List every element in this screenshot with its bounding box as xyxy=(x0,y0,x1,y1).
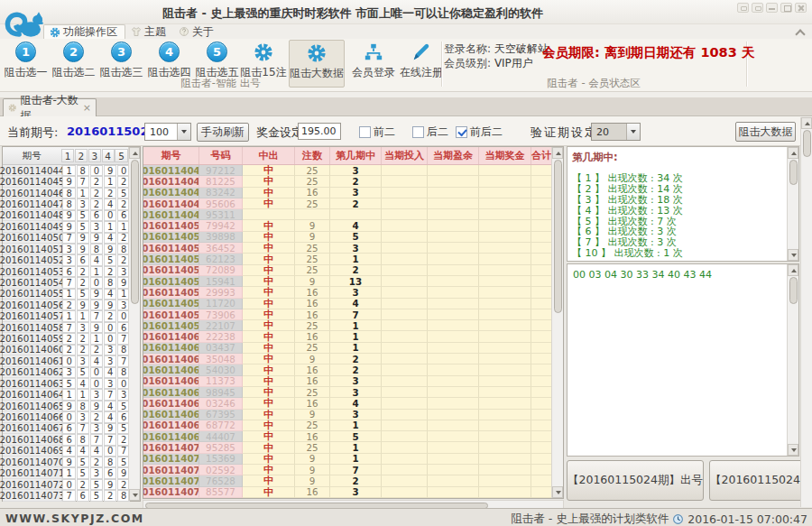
table-row[interactable]: 20160114050 79942 中 9 4 xyxy=(143,220,563,231)
scrollbar-thumb[interactable] xyxy=(789,277,798,304)
table-row[interactable]: 20160114073 7 6 5 2 8 xyxy=(3,490,140,501)
menu-function-area[interactable]: 功能操作区 xyxy=(43,24,125,39)
scroll-up-icon[interactable] xyxy=(129,147,140,159)
checkbox-front2[interactable]: 前二 xyxy=(359,125,395,140)
table-row[interactable]: 20160114056 2 9 9 9 3 xyxy=(3,300,140,310)
stats-scrollbar[interactable] xyxy=(787,147,798,261)
main-scrollbar[interactable] xyxy=(800,117,812,507)
table-row[interactable]: 20160114051 3 9 8 9 8 xyxy=(3,244,140,254)
scroll-down-icon[interactable] xyxy=(788,444,798,456)
table-row[interactable]: 20160114062 35048 中 9 2 xyxy=(143,354,563,365)
chevron-down-icon[interactable] xyxy=(177,124,190,140)
table-row[interactable]: 20160114060 22238 中 16 1 xyxy=(143,331,563,342)
chevron-down-icon[interactable] xyxy=(626,124,640,140)
table-row[interactable]: 20160114058 73906 中 16 7 xyxy=(143,309,563,320)
table-row[interactable]: 20160114053 6 2 1 2 3 xyxy=(3,266,140,277)
table-row[interactable]: 20160114059 22107 中 25 1 xyxy=(143,320,563,331)
scroll-down-icon[interactable] xyxy=(788,249,798,261)
checkbox-icon[interactable] xyxy=(359,126,371,138)
menu-theme[interactable]: 主题 xyxy=(125,24,173,39)
table-row[interactable]: 20160114058 7 3 9 0 6 xyxy=(3,322,140,333)
scroll-up-icon[interactable] xyxy=(801,117,812,129)
table-row[interactable]: 20160114068 68772 中 25 1 xyxy=(143,420,563,431)
table-row[interactable]: 20160114066 0 3 2 4 6 xyxy=(3,411,140,422)
verify-period-select[interactable]: 20 xyxy=(591,123,641,141)
table-row[interactable]: 20160114057 1 1 7 2 0 xyxy=(3,310,140,321)
table-row[interactable]: 20160114053 62123 中 25 1 xyxy=(143,254,563,264)
table-row[interactable]: 20160114052 3 6 4 5 2 xyxy=(3,254,140,265)
ribbon-collapse-icon[interactable] xyxy=(795,26,806,37)
feedback-icon[interactable] xyxy=(737,3,749,13)
table-row[interactable]: 20160114046 81225 中 25 2 xyxy=(143,176,563,187)
table-row[interactable]: 20160114072 02592 中 9 7 xyxy=(143,465,563,475)
issue-reverse-button[interactable]: 【20160115024期】反集 xyxy=(709,460,812,501)
scroll-up-icon[interactable] xyxy=(788,147,798,159)
table-row[interactable]: 20160114054 7 2 0 8 9 xyxy=(3,277,140,288)
table-row[interactable]: 20160114064 1 1 3 7 3 xyxy=(3,389,140,400)
table-row[interactable]: 20160114045 97212 中 25 3 xyxy=(143,165,563,176)
table-row[interactable]: 20160114048 95606 中 25 2 xyxy=(143,198,563,209)
table-row[interactable]: 20160114069 4 4 4 0 7 xyxy=(3,446,140,457)
table-row[interactable]: 20160114049 9 5 3 1 1 xyxy=(3,221,140,232)
table-row[interactable]: 20160114073 76528 中 9 2 xyxy=(143,475,563,486)
table-row[interactable]: 20160114070 9 5 2 8 5 xyxy=(3,457,140,467)
maximize-button[interactable] xyxy=(780,3,792,13)
scrollbar-thumb[interactable] xyxy=(554,160,562,313)
checkbox-back2[interactable]: 后二 xyxy=(412,125,448,140)
table-row[interactable]: 20160114063 54030 中 16 2 xyxy=(143,365,563,375)
tab-close-icon[interactable]: × xyxy=(83,103,91,113)
table-row[interactable]: 20160114065 9 8 9 4 5 xyxy=(3,401,140,411)
table-row[interactable]: 20160114066 03246 中 16 4 xyxy=(143,398,563,409)
table-row[interactable]: 20160114054 72089 中 25 2 xyxy=(143,265,563,276)
scrollbar-thumb[interactable] xyxy=(803,130,811,157)
theme-icon[interactable] xyxy=(752,3,763,13)
table-row[interactable]: 20160114070 95285 中 25 1 xyxy=(143,442,563,453)
table-row[interactable]: 20160114047 83242 中 16 3 xyxy=(143,188,563,198)
close-button[interactable] xyxy=(795,3,807,13)
tab-big-data[interactable]: 阻击者-大数据 × xyxy=(3,98,97,116)
table-row[interactable]: 20160114067 6 7 3 9 5 xyxy=(3,423,140,434)
numbers-scrollbar[interactable] xyxy=(787,264,798,456)
big-data-button[interactable]: 阻击大数据 xyxy=(735,122,796,142)
table-row[interactable]: 20160114063 5 4 0 3 0 xyxy=(3,378,140,389)
table-row[interactable]: 20160114061 03437 中 25 1 xyxy=(143,343,563,354)
table-row[interactable]: 20160114064 11373 中 16 3 xyxy=(143,376,563,387)
table-row[interactable]: 20160114061 0 3 4 3 7 xyxy=(3,355,140,366)
table-row[interactable]: 20160114052 36452 中 25 3 xyxy=(143,243,563,254)
table-row[interactable]: 20160114069 44407 中 16 5 xyxy=(143,431,563,442)
table-row[interactable]: 20160114071 1 5 3 6 9 xyxy=(3,467,140,478)
table-row[interactable]: 20160114067 67395 中 9 3 xyxy=(143,410,563,420)
table-row[interactable]: 20160114046 8 1 2 2 5 xyxy=(3,188,140,198)
draws-table-scrollbar[interactable] xyxy=(128,147,140,501)
prize-input[interactable] xyxy=(298,123,341,140)
table-row[interactable]: 20160114074 85577 中 16 3 xyxy=(143,487,563,498)
table-row[interactable]: 20160114057 11720 中 16 4 xyxy=(143,299,563,309)
scroll-up-icon[interactable] xyxy=(552,147,563,159)
table-row[interactable]: 20160114065 98945 中 25 3 xyxy=(143,387,563,398)
manual-refresh-button[interactable]: 手动刷新 xyxy=(197,123,249,142)
checkbox-icon[interactable] xyxy=(412,126,424,138)
scroll-down-icon[interactable] xyxy=(129,489,140,501)
table-row[interactable]: 20160114051 39898 中 9 5 xyxy=(143,232,563,243)
scrollbar-thumb[interactable] xyxy=(131,160,139,304)
table-row[interactable]: 20160114068 6 8 7 7 2 xyxy=(3,434,140,445)
results-table-scrollbar[interactable] xyxy=(551,147,563,498)
checkbox-icon[interactable] xyxy=(456,126,467,138)
table-row[interactable]: 20160114045 9 7 2 1 2 xyxy=(3,176,140,187)
count-select[interactable]: 100 xyxy=(144,123,191,141)
table-row[interactable]: 20160114062 3 5 0 4 8 xyxy=(3,367,140,378)
table-row[interactable]: 20160114049 95311 xyxy=(143,209,563,220)
menu-about[interactable]: 关于 xyxy=(173,24,221,39)
scroll-up-icon[interactable] xyxy=(788,264,798,276)
table-row[interactable]: 20160114044 1 8 0 9 0 xyxy=(3,165,140,176)
table-row[interactable]: 20160114048 9 5 6 0 6 xyxy=(3,210,140,221)
table-row[interactable]: 20160114071 15369 中 9 1 xyxy=(143,454,563,465)
scrollbar-thumb[interactable] xyxy=(789,160,798,185)
table-row[interactable]: 20160114050 7 9 9 4 2 xyxy=(3,233,140,244)
table-row[interactable]: 20160114060 2 2 2 3 8 xyxy=(3,345,140,355)
table-row[interactable]: 20160114072 0 2 5 9 2 xyxy=(3,479,140,490)
table-row[interactable]: 20160114047 8 3 2 4 2 xyxy=(3,198,140,209)
issue-output-button[interactable]: 【20160115024期】出号 xyxy=(567,460,704,501)
minimize-button[interactable] xyxy=(766,3,778,13)
scroll-down-icon[interactable] xyxy=(552,486,563,498)
